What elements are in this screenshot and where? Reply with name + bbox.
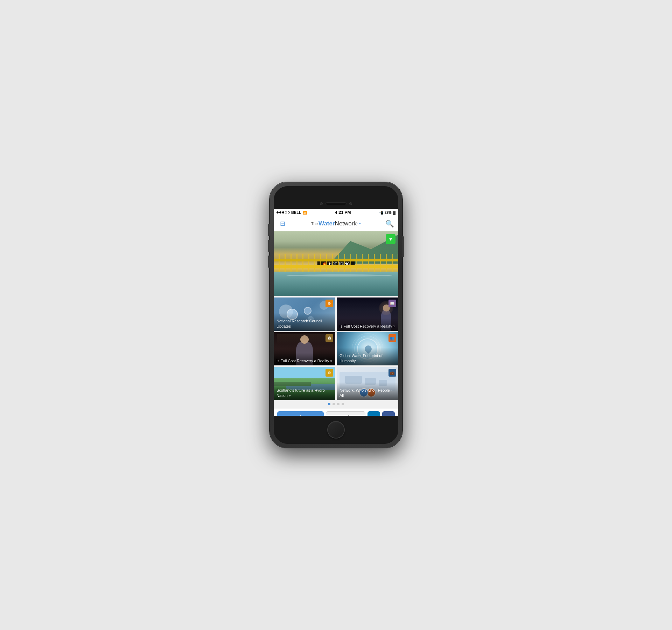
grid-icon-globalwater: 👥 [388,334,396,342]
app-header: ⊟ The Water Network 〜 🔍 [274,216,398,231]
grid-item-fullcost1[interactable]: 📖 Is Full Cost Recovery a Reality » [337,298,398,331]
grid-icon-scotland: ⚙ [326,369,333,377]
grid-title-fullcost2: Is Full Cost Recovery a Reality » [274,353,335,365]
filter-button[interactable]: ⊟ [277,218,288,229]
logo-wave: 〜 [357,221,361,226]
logo-the-text: The [311,222,318,226]
grid-item-scotland[interactable]: ⚙ Scotland's future as a Hydro Nation » [274,367,335,400]
bottom-bezel [274,416,398,444]
signal-dot-1 [276,211,279,214]
camera-dot [320,202,323,205]
grid-item-globalwater[interactable]: 👥 Global Water Footprint of Humanity [337,332,398,365]
logo-network-text: Network [335,220,357,227]
grid-item-fullcost2[interactable]: 🏛 Is Full Cost Recovery a Reality » [274,332,335,365]
login-button[interactable]: Login [326,411,365,416]
grid-title-globalwater: Global Water Footprint of Humanity [337,348,398,365]
hero-image [274,231,398,296]
heart-badge[interactable]: ♥ [386,234,396,244]
camera-area [320,202,352,205]
page-dot-2[interactable] [332,403,335,405]
signal-dot-5 [288,211,290,214]
grid-title-network: Network: Who's who - People - All [337,382,398,400]
logo-water-text: Water [318,220,335,227]
grid-title-fullcost1: Is Full Cost Recovery a Reality » [337,318,398,331]
bottom-action-bar: Register Login in f [274,408,398,416]
grid-item-research[interactable]: ⚙ National Research Council Updates [274,298,335,331]
speaker-grille [326,202,346,205]
page-indicators [274,400,398,408]
battery-percent: 22% [385,211,392,215]
register-button[interactable]: Register [277,411,324,416]
search-button[interactable]: 🔍 [384,218,395,229]
carrier-name: BELL [291,210,301,215]
heart-icon: ♥ [389,236,392,242]
grid-icon-fullcost2: 🏛 [326,334,333,342]
water-ripple [286,274,392,276]
signal-dot-2 [279,211,281,214]
home-button[interactable] [327,421,345,439]
railing-upper [274,259,398,261]
search-icon: 🔍 [385,219,394,228]
main-content: ♥ 🔥 HOT TOPIC Efficient use of Agricultu… [274,231,398,416]
scene2-light [277,334,332,344]
bluetooth-icon: 📲 [379,211,383,215]
top-bezel [274,186,398,209]
signal-dot-4 [285,211,287,214]
status-right: 📲 22% ▓ [379,211,396,215]
app-screen: BELL 📶 4:21 PM 📲 22% ▓ ⊟ The Water [274,209,398,416]
railing-main [274,265,398,268]
battery-icon: ▓ [393,211,396,215]
hero-card[interactable]: ♥ 🔥 HOT TOPIC Efficient use of Agricultu… [274,231,398,296]
status-bar: BELL 📶 4:21 PM 📲 22% ▓ [274,209,398,216]
grid-icon-network: 💼 [388,369,396,377]
page-dot-4[interactable] [342,403,344,405]
page-dot-3[interactable] [337,403,340,405]
filter-icon: ⊟ [280,220,285,227]
camera-dot2 [349,202,352,205]
app-logo: The Water Network 〜 [311,220,361,227]
grid-item-network[interactable]: 💼 Network: Who's who - People - All [337,367,398,400]
water-pool [274,272,398,296]
status-time: 4:21 PM [335,210,351,215]
signal-strength [276,211,290,214]
linkedin-button[interactable]: in [368,411,380,416]
status-left: BELL 📶 [276,210,307,215]
wifi-icon: 📶 [303,211,307,215]
facebook-button[interactable]: f [382,411,395,416]
page-dot-1[interactable] [328,403,330,405]
grid-title-scotland: Scotland's future as a Hydro Nation » [274,382,335,400]
grid-icon-research: ⚙ [326,300,333,307]
hero-scene-bg [274,231,398,296]
phone-device: BELL 📶 4:21 PM 📲 22% ▓ ⊟ The Water [270,182,402,448]
grid-icon-fullcost1: 📖 [388,300,396,307]
phone-screen-container: BELL 📶 4:21 PM 📲 22% ▓ ⊟ The Water [274,186,398,444]
signal-dot-3 [282,211,284,214]
article-grid: ⚙ National Research Council Updates [274,298,398,400]
grid-title-research: National Research Council Updates [274,313,335,331]
